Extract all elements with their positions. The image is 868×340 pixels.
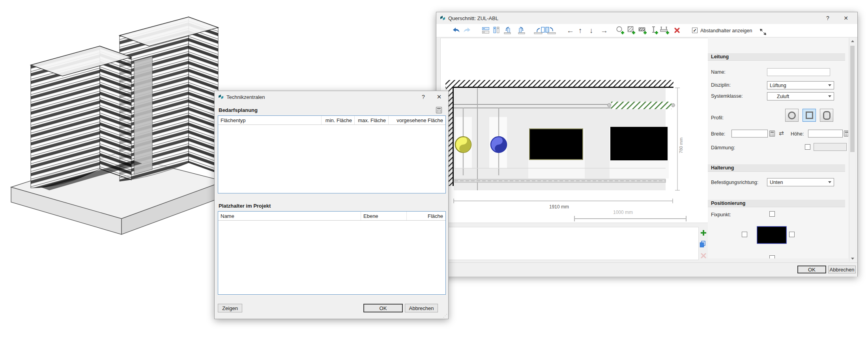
daemmung-label: Dämmung:	[711, 145, 735, 150]
resize-grip[interactable]: ⋰	[443, 313, 447, 318]
dimension-guide[interactable]	[574, 216, 686, 221]
scroll-down-icon[interactable]	[849, 255, 856, 262]
dim-width-label: 1910 mm	[549, 204, 569, 210]
systemklasse-select[interactable]: Zuluft	[767, 92, 834, 100]
breite-label: Breite:	[711, 131, 725, 137]
redo-icon[interactable]	[462, 26, 472, 35]
scrollbar-thumb[interactable]	[850, 46, 855, 152]
systemklasse-label: Systemklasse:	[711, 93, 743, 99]
cross-section-svg: 780 mm 1910 mm 1000 mm	[441, 38, 708, 223]
add-spacer-icon[interactable]	[650, 26, 659, 35]
profil-round-button[interactable]	[785, 109, 799, 122]
add-support-icon[interactable]	[660, 26, 670, 35]
daemmung-input[interactable]	[814, 143, 847, 151]
abstandhalter-checkbox[interactable]: ✓	[692, 28, 698, 33]
col-header[interactable]: min. Fläche	[322, 116, 355, 124]
add-round-duct-icon[interactable]	[616, 26, 625, 35]
col-header[interactable]: Ebene	[361, 212, 407, 220]
rotate-right-icon[interactable]	[515, 26, 526, 35]
rotate-left-icon[interactable]	[503, 26, 514, 35]
3d-model-viewport[interactable]	[3, 2, 230, 248]
rect-duct-yellow[interactable]	[529, 129, 583, 160]
properties-scrollbar[interactable]	[849, 38, 855, 262]
col-header[interactable]: vorgesehene Fläche	[389, 116, 445, 124]
platzhalter-table: Name Ebene Fläche	[218, 211, 446, 295]
breite-calculator-icon[interactable]	[769, 129, 775, 138]
flip-swap-icon[interactable]	[533, 26, 556, 35]
delete-icon[interactable]	[673, 26, 681, 35]
dim-height-label: 780 mm	[679, 137, 683, 153]
help-button[interactable]: ?	[417, 91, 430, 102]
undo-icon[interactable]	[451, 26, 461, 35]
move-left-icon[interactable]: ←	[567, 26, 574, 35]
fixpunkt-left-checkbox[interactable]	[742, 232, 747, 237]
group-positionierung: Positionierung	[708, 199, 845, 207]
add-flat-duct-icon[interactable]	[638, 26, 648, 35]
abstandhalter-label: Abstandhalter anzeigen	[700, 28, 752, 33]
col-header[interactable]: Fläche	[407, 212, 445, 220]
zeigen-button[interactable]: Zeigen	[218, 304, 242, 312]
align-columns-icon[interactable]	[492, 26, 501, 35]
round-duct-blue[interactable]	[491, 137, 507, 152]
cross-section-canvas[interactable]: 780 mm 1910 mm 1000 mm	[440, 38, 709, 223]
breite-input[interactable]	[731, 130, 768, 137]
table-header: Name Ebene Fläche	[218, 212, 445, 221]
swap-dimensions-icon[interactable]: ⇄	[779, 130, 784, 137]
col-header[interactable]: Flächentyp	[218, 116, 322, 124]
chevron-down-icon	[828, 95, 831, 97]
close-button[interactable]: ✕	[432, 91, 446, 102]
befestigung-value: Unten	[770, 180, 783, 185]
querschnitt-titlebar[interactable]: Querschnitt: ZUL-ABL	[436, 12, 857, 24]
resize-diagonal-icon[interactable]	[758, 26, 768, 36]
technik-titlebar[interactable]: Technikzentralen	[215, 91, 448, 103]
rect-profile-icon	[806, 111, 813, 119]
rect-duct-blue-selected[interactable]	[610, 127, 668, 160]
profil-oval-button[interactable]	[820, 109, 833, 122]
chevron-down-icon	[828, 84, 831, 86]
calculator-icon[interactable]	[436, 105, 442, 115]
close-button[interactable]: ✕	[839, 12, 853, 24]
round-duct-yellow[interactable]	[455, 137, 471, 152]
fixpunkt-bottom-checkbox[interactable]	[769, 255, 775, 258]
fixpunkt-right-checkbox[interactable]	[789, 232, 795, 237]
scroll-up-icon[interactable]	[849, 38, 856, 44]
section-list-panel[interactable]	[440, 227, 699, 260]
fixpunkt-label: Fixpunkt:	[711, 212, 731, 217]
dimension-width	[454, 199, 673, 203]
move-down-icon[interactable]: ↓	[589, 26, 593, 35]
ok-button[interactable]: OK	[797, 266, 826, 273]
querschnitt-dialog: Querschnitt: ZUL-ABL ? ✕	[436, 12, 858, 277]
befestigung-select[interactable]: Unten	[767, 178, 834, 186]
add-section-icon[interactable]	[700, 228, 707, 238]
fixpunkt-preview	[757, 226, 787, 244]
move-up-icon[interactable]: ↑	[578, 26, 582, 35]
help-button[interactable]: ?	[821, 12, 834, 24]
align-rows-icon[interactable]	[482, 26, 490, 35]
flat-duct-green[interactable]	[608, 102, 675, 109]
delete-section-icon[interactable]	[700, 251, 707, 260]
disziplin-label: Disziplin:	[711, 82, 731, 88]
hoehe-calculator-icon[interactable]	[844, 129, 848, 138]
group-leitung: Leitung	[708, 53, 845, 61]
profil-rect-button[interactable]	[803, 109, 816, 122]
move-right-icon[interactable]: →	[600, 26, 608, 35]
properties-panel: Leitung Name: Disziplin: Lüftung Systemk…	[708, 38, 848, 258]
copy-section-icon[interactable]	[699, 239, 706, 249]
checkmark: ✓	[693, 28, 696, 33]
wall-line	[453, 87, 454, 186]
technikzentralen-dialog: Technikzentralen ? ✕ Bedarfsplanung Fläc…	[214, 91, 449, 319]
col-header[interactable]: max. Fläche	[355, 116, 389, 124]
ok-button[interactable]: OK	[363, 304, 403, 312]
name-input[interactable]	[767, 68, 830, 76]
bedarfsplanung-table: Flächentyp min. Fläche max. Fläche vorge…	[218, 115, 446, 193]
col-header[interactable]: Name	[218, 212, 361, 220]
disziplin-select[interactable]: Lüftung	[767, 81, 834, 89]
hoehe-input[interactable]	[808, 130, 843, 137]
daemmung-checkbox[interactable]	[805, 144, 810, 150]
building-svg	[3, 2, 230, 248]
cancel-button[interactable]: Abbrechen	[828, 266, 856, 273]
add-square-duct-icon[interactable]	[627, 26, 636, 35]
cancel-button[interactable]: Abbrechen	[405, 304, 438, 312]
round-profile-icon	[788, 111, 796, 119]
fixpunkt-top-checkbox[interactable]	[769, 211, 775, 217]
